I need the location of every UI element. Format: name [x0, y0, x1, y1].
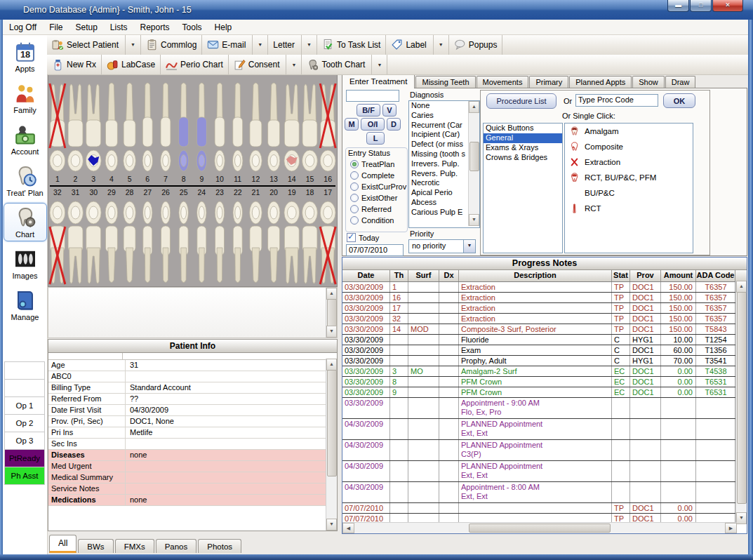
scroll-down-icon[interactable]: ▼ — [326, 326, 337, 338]
tooth-chart-graphic[interactable]: 1234567891011121314151632313029282726252… — [48, 74, 338, 287]
diagnosis-scrollbar[interactable]: ▲ ▼ — [468, 101, 479, 226]
consent-button[interactable]: Consent▼ — [229, 55, 302, 74]
column-header-ada-code[interactable]: ADA Code — [696, 270, 735, 281]
image-tab-bws[interactable]: BWs — [78, 539, 113, 553]
entry-status-option-treatplan[interactable]: TreatPlan — [347, 159, 406, 170]
chevron-down-icon[interactable]: ▼ — [286, 55, 296, 74]
entry-status-option-existcurprov[interactable]: ExistCurProv — [347, 181, 406, 192]
sidebar-module-family[interactable]: Family — [4, 79, 47, 117]
chart-tab-show[interactable]: Show — [632, 76, 665, 88]
menu-item-tools[interactable]: Tools — [176, 21, 208, 34]
scroll-right-icon[interactable]: ▶ — [725, 523, 737, 533]
quick-category-crowns-bridges[interactable]: Crowns & Bridges — [484, 153, 562, 163]
quick-category-exams-xrays[interactable]: Exams & Xrays — [484, 143, 562, 153]
chart-tab-movements[interactable]: Movements — [477, 76, 529, 88]
e-mail-button[interactable]: E-mail▼ — [202, 34, 267, 55]
entry-status-option-referred[interactable]: Referred — [347, 204, 406, 215]
scroll-up-icon[interactable]: ▲ — [326, 359, 337, 371]
progress-note-row[interactable]: 03/30/20091ExtractionTPDOC1150.00T6357 — [342, 282, 747, 293]
scrollbar-thumb[interactable] — [469, 524, 611, 533]
chevron-down-icon[interactable]: ▼ — [301, 34, 312, 55]
radio-icon[interactable] — [350, 194, 359, 202]
progress-note-row[interactable]: 04/30/2009PLANNED Appointment C3(P) — [342, 440, 747, 461]
column-header-th[interactable]: Th — [390, 270, 408, 281]
quick-proc-rct-bu-p-c-pfm[interactable]: RCT, BU/P&C, PFM — [565, 170, 693, 185]
label-button[interactable]: Label▼ — [386, 34, 448, 55]
radio-icon[interactable] — [350, 205, 359, 213]
scroll-up-icon[interactable]: ▲ — [469, 101, 479, 113]
sidebar-module-images[interactable]: Images — [4, 244, 47, 283]
quick-proc-amalgam[interactable]: Amalgam — [565, 124, 693, 139]
image-tab-fmxs[interactable]: FMXs — [115, 539, 154, 553]
chart-tab-draw[interactable]: Draw — [665, 76, 696, 88]
menu-item-reports[interactable]: Reports — [134, 21, 176, 34]
patient-info-scrollbar[interactable]: ▲ ▼ — [326, 359, 337, 531]
chevron-down-icon[interactable]: ▼ — [433, 34, 444, 55]
quick-proc-composite[interactable]: Composite — [565, 139, 693, 154]
quick-category-general[interactable]: General — [484, 133, 562, 143]
radio-icon[interactable] — [350, 216, 359, 225]
labcase-button[interactable]: LabCase — [102, 55, 160, 74]
progress-notes-vscrollbar[interactable]: ▲ ▼ — [735, 281, 747, 524]
maximize-button[interactable]: □ — [690, 0, 712, 12]
scroll-down-icon[interactable]: ▼ — [469, 214, 479, 226]
scrollbar-thumb[interactable] — [327, 370, 337, 476]
proc-code-input[interactable]: Type Proc Code — [575, 94, 658, 107]
image-tab-panos[interactable]: Panos — [156, 539, 197, 553]
progress-notes-hscrollbar[interactable]: ◀ ▶ — [342, 522, 737, 533]
surface-button-m[interactable]: M — [345, 118, 359, 131]
radio-icon[interactable] — [350, 171, 359, 180]
column-header-date[interactable]: Date — [342, 270, 390, 281]
sidebar-module-account[interactable]: Account — [4, 120, 47, 159]
progress-note-row[interactable]: 04/30/2009PLANNED Appointment Ext, Ext — [342, 419, 747, 440]
quick-category-quick-buttons[interactable]: Quick Buttons — [484, 124, 562, 133]
progress-note-row[interactable]: 03/30/2009Appointment - 9:00 AM Flo, Ex,… — [342, 398, 747, 419]
scrollbar-thumb[interactable] — [469, 142, 479, 171]
progress-note-row[interactable]: 03/30/20099PFM CrownECDOC10.00T6531 — [342, 387, 747, 398]
entry-status-option-condition[interactable]: Condition — [347, 215, 406, 226]
entry-status-option-complete[interactable]: Complete — [347, 170, 406, 181]
chevron-down-icon[interactable]: ▼ — [463, 240, 475, 253]
menu-item-log-off[interactable]: Log Off — [3, 21, 43, 34]
progress-note-row[interactable]: 03/30/200932ExtractionTPDOC1150.00T6357 — [342, 314, 747, 324]
sidebar-module-treat-plan[interactable]: Treat' Plan — [4, 161, 47, 200]
surface-button-d[interactable]: D — [387, 118, 401, 131]
quick-proc-extraction[interactable]: Extraction — [565, 154, 693, 170]
image-tab-photos[interactable]: Photos — [198, 539, 241, 553]
progress-note-row[interactable]: 03/30/200917ExtractionTPDOC1150.00T6357 — [342, 303, 747, 314]
sidebar-module-manage[interactable]: Manage — [4, 286, 47, 324]
chevron-down-icon[interactable]: ▼ — [252, 34, 262, 55]
scroll-down-icon[interactable]: ▼ — [736, 512, 747, 524]
sidebar-module-appts[interactable]: 18Appts — [4, 37, 47, 76]
chart-tab-enter-treatment[interactable]: Enter Treatment — [342, 74, 415, 88]
progress-note-row[interactable]: 03/30/2009ExamCDOC160.00T1356 — [342, 345, 747, 356]
scroll-left-icon[interactable]: ◀ — [342, 523, 354, 533]
chart-tab-missing-teeth[interactable]: Missing Teeth — [415, 76, 475, 88]
commlog-button[interactable]: Commlog — [141, 34, 201, 55]
scrollbar-thumb[interactable] — [327, 299, 337, 327]
chart-tab-planned-appts[interactable]: Planned Appts — [569, 76, 632, 88]
chart-notes-scrollbar[interactable]: ▲ ▼ — [326, 288, 337, 338]
surface-button-o-i[interactable]: O/I — [361, 118, 385, 131]
progress-note-row[interactable]: 03/30/2009Prophy, AdultCHYG170.00T3541 — [342, 356, 747, 366]
quick-procedures-list[interactable]: AmalgamCompositeExtractionRCT, BU/P&C, P… — [564, 123, 693, 253]
quick-proc-bu-p-c[interactable]: BU/P&C — [565, 185, 693, 201]
chevron-down-icon[interactable]: ▼ — [371, 55, 382, 74]
radio-icon[interactable] — [350, 182, 359, 191]
menu-item-lists[interactable]: Lists — [104, 21, 134, 34]
procedure-list-button[interactable]: Procedure List — [486, 93, 557, 109]
column-header-dx[interactable]: Dx — [439, 270, 459, 281]
column-header-prov[interactable]: Prov — [630, 270, 661, 281]
operatory-op1[interactable]: Op 1 — [5, 397, 44, 415]
progress-note-row[interactable]: 03/30/200916ExtractionTPDOC1150.00T6357 — [342, 293, 747, 303]
progress-note-row[interactable]: 03/30/2009FluorideCHYG110.00T1254 — [342, 335, 747, 345]
progress-note-row[interactable]: 04/30/2009PLANNED Appointment Ext, Ext — [342, 461, 747, 482]
operatory-empty[interactable] — [5, 362, 44, 380]
priority-dropdown[interactable]: no priority ▼ — [408, 239, 476, 253]
column-header-surf[interactable]: Surf — [408, 270, 439, 281]
scroll-down-icon[interactable]: ▼ — [326, 519, 337, 531]
progress-note-row[interactable]: 03/30/200914MODComposite-3 Surf, Posteri… — [342, 324, 747, 335]
status-ptready[interactable]: PtReady — [5, 450, 44, 467]
ok-button[interactable]: OK — [663, 93, 695, 108]
column-header-amount[interactable]: Amount — [661, 270, 696, 281]
